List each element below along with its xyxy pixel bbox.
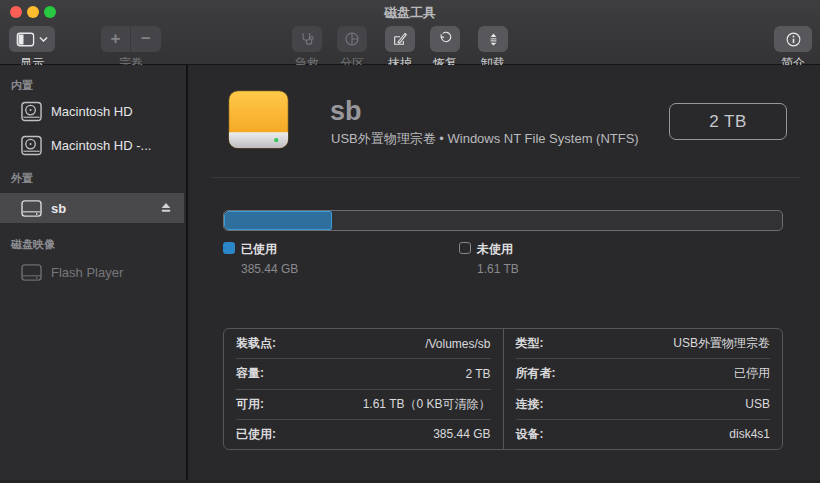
legend-free-label: 未使用 (477, 241, 513, 258)
sidebar-item-label: sb (51, 201, 66, 216)
detail-label: 装载点: (236, 335, 276, 352)
details-table: 装载点: /Volumes/sb 容量: 2 TB 可用: 1.61 TB（0 … (223, 328, 783, 450)
sidebar-item-macintosh-hd[interactable]: Macintosh HD (0, 96, 184, 126)
detail-row-used: 已使用: 385.44 GB (236, 419, 491, 449)
details-column-right: 类型: USB外置物理宗卷 所有者: 已停用 连接: USB 设备: disk4… (503, 329, 783, 449)
detail-label: 类型: (516, 335, 544, 352)
usage-bar (223, 210, 783, 231)
detail-value: 已停用 (734, 365, 770, 382)
external-disk-icon (20, 199, 44, 218)
detail-value: 1.61 TB（0 KB可清除） (363, 396, 491, 413)
sidebar-section-external: 外置 (11, 171, 33, 186)
eject-button[interactable] (158, 200, 174, 216)
detail-label: 所有者: (516, 365, 556, 382)
sidebar: 内置 Macintosh HD Mac (0, 65, 188, 483)
volume-icon-external-drive (225, 89, 292, 156)
legend-used-label: 已使用 (241, 241, 277, 258)
remove-volume-button[interactable]: − (131, 26, 161, 52)
window-chrome: 磁盘工具 显示 + − 宗卷 (0, 0, 820, 65)
sidebar-item-label: Macintosh HD (51, 104, 133, 119)
legend-used-swatch (223, 242, 235, 254)
unmount-eject-icon (486, 31, 501, 48)
legend-used-value: 385.44 GB (241, 262, 298, 276)
volume-description: USB外置物理宗卷 • Windows NT File System (NTFS… (331, 130, 639, 148)
erase-button[interactable] (385, 26, 415, 52)
unmount-button[interactable] (478, 26, 508, 52)
sidebar-item-sb[interactable]: sb (0, 193, 184, 223)
detail-label: 设备: (516, 426, 544, 443)
usage-bar-used (224, 211, 332, 230)
internal-disk-icon (20, 135, 44, 156)
detail-row-connection: 连接: USB (516, 389, 771, 419)
header-divider (211, 177, 800, 178)
disk-image-icon (20, 263, 44, 282)
restore-button[interactable] (430, 26, 460, 52)
detail-label: 容量: (236, 365, 264, 382)
erase-icon (392, 31, 408, 47)
detail-value: 385.44 GB (433, 427, 490, 441)
sidebar-item-label: Flash Player (51, 265, 123, 280)
detail-label: 已使用: (236, 426, 276, 443)
detail-label: 可用: (236, 396, 264, 413)
detail-row-mount-point: 装载点: /Volumes/sb (236, 329, 491, 358)
detail-value: USB外置物理宗卷 (673, 335, 770, 352)
stethoscope-icon (299, 31, 315, 47)
restore-arrow-icon (437, 31, 453, 47)
legend-free-swatch (459, 242, 471, 254)
partition-pie-icon (344, 31, 360, 47)
chevron-down-icon (39, 36, 48, 43)
info-button[interactable] (774, 26, 812, 52)
partition-button[interactable] (337, 26, 367, 52)
first-aid-button[interactable] (292, 26, 322, 52)
detail-value: disk4s1 (729, 427, 770, 441)
sidebar-item-macintosh-hd-data[interactable]: Macintosh HD -... (0, 130, 184, 160)
details-column-left: 装载点: /Volumes/sb 容量: 2 TB 可用: 1.61 TB（0 … (224, 329, 503, 449)
sidebar-section-internal: 内置 (11, 78, 33, 93)
detail-row-available: 可用: 1.61 TB（0 KB可清除） (236, 389, 491, 419)
window-title: 磁盘工具 (0, 4, 820, 22)
sidebar-item-flash-player[interactable]: Flash Player (0, 257, 184, 287)
detail-value: 2 TB (465, 367, 490, 381)
detail-label: 连接: (516, 396, 544, 413)
detail-value: /Volumes/sb (425, 337, 490, 351)
detail-row-owners: 所有者: 已停用 (516, 358, 771, 388)
legend-free-value: 1.61 TB (477, 262, 519, 276)
sidebar-item-label: Macintosh HD -... (51, 138, 151, 153)
sidebar-icon (16, 32, 35, 47)
sidebar-section-disk-images: 磁盘映像 (11, 237, 55, 252)
detail-row-type: 类型: USB外置物理宗卷 (516, 329, 771, 358)
capacity-badge: 2 TB (669, 103, 787, 140)
view-button[interactable] (9, 26, 55, 52)
main-panel: sb USB外置物理宗卷 • Windows NT File System (N… (190, 65, 820, 483)
info-icon (785, 31, 802, 48)
detail-value: USB (745, 397, 770, 411)
detail-row-capacity: 容量: 2 TB (236, 358, 491, 388)
internal-disk-icon (20, 101, 44, 122)
volume-stepper: + − (101, 26, 161, 52)
volume-name: sb (330, 96, 362, 127)
disk-utility-window: 磁盘工具 显示 + − 宗卷 (0, 0, 820, 483)
add-volume-button[interactable]: + (101, 26, 131, 52)
detail-row-device: 设备: disk4s1 (516, 419, 771, 449)
